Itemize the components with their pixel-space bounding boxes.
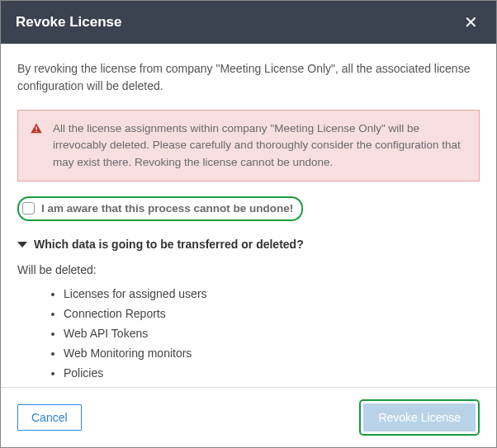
revoke-license-button[interactable]: Revoke License [363,403,476,431]
list-item: Connection Reports [64,305,480,323]
close-button[interactable]: ✕ [461,12,481,32]
list-item: Licenses for assigned users [64,285,480,303]
revoke-license-dialog: Revoke License ✕ By revoking the license… [0,0,497,448]
dialog-footer: Cancel Revoke License [1,387,496,447]
deleted-list: Licenses for assigned users Connection R… [17,285,480,387]
awareness-row[interactable]: I am aware that this process cannot be u… [17,196,303,221]
details-toggle[interactable]: Which data is going to be transferred or… [17,236,480,253]
deleted-label: Will be deleted: [17,262,480,279]
chevron-down-icon [17,242,27,248]
svg-rect-0 [36,126,36,130]
warning-text: All the license assignments within compa… [53,120,467,171]
warning-icon [30,122,43,135]
warning-box: All the license assignments within compa… [17,110,480,182]
list-item: Web Monitoring monitors [64,345,480,362]
list-item: Policies [64,365,480,382]
revoke-highlight: Revoke License [359,399,480,436]
intro-text: By revoking the license from company "Me… [17,60,480,95]
dialog-header: Revoke License ✕ [1,1,496,44]
awareness-label: I am aware that this process cannot be u… [41,200,293,217]
awareness-checkbox[interactable] [22,202,35,215]
svg-rect-1 [36,131,36,132]
list-item: Web API Tokens [64,325,480,342]
details-heading: Which data is going to be transferred or… [34,236,304,253]
dialog-title: Revoke License [16,14,122,31]
cancel-button[interactable]: Cancel [17,404,82,431]
dialog-body: By revoking the license from company "Me… [1,44,496,387]
close-icon: ✕ [464,13,478,31]
